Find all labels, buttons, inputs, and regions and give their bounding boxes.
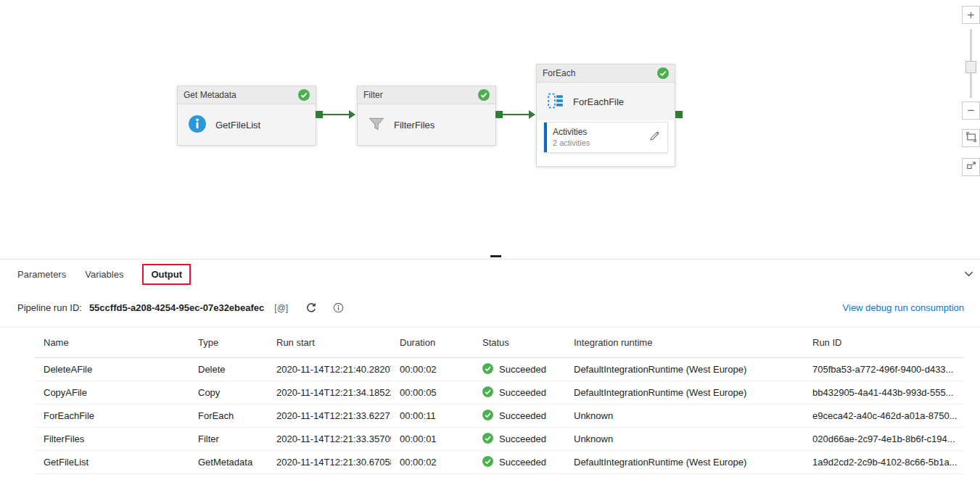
table-row[interactable]: GetFileList GetMetadata 2020-11-14T12:21… xyxy=(35,451,964,474)
activity-runs-table: Name Type Run start Duration Status Inte… xyxy=(35,328,964,474)
cell-run-start: 2020-11-14T12:21:33.35709 xyxy=(268,434,391,444)
pipeline-run-id-row: Pipeline run ID: 55ccffd5-a208-4254-95ec… xyxy=(0,289,980,328)
activity-node-foreach[interactable]: ForEach ForEachFile Activities 2 activit… xyxy=(536,64,675,167)
table-row[interactable]: DeleteAFile Delete 2020-11-14T12:21:40.2… xyxy=(35,358,964,381)
cell-type: GetMetadata xyxy=(189,457,268,468)
zoom-out-button[interactable]: − xyxy=(962,101,980,120)
cell-integration-runtime: Unknown xyxy=(565,410,804,421)
activity-node-filter[interactable]: Filter FilterFiles xyxy=(357,86,496,146)
activity-title: Get Metadata xyxy=(184,90,236,100)
column-header-status[interactable]: Status xyxy=(474,337,565,348)
cell-run-start: 2020-11-14T12:21:33.62271 xyxy=(268,410,391,421)
activity-name: GetFileList xyxy=(215,120,260,130)
cell-run-start: 2020-11-14T12:21:34.18522 xyxy=(268,387,391,398)
foreach-activities-text: Activities 2 activities xyxy=(553,126,649,149)
connector-line xyxy=(323,114,349,115)
cell-run-id: 1a9d2cd2-2c9b-4102-8c66-5b1a... xyxy=(804,457,964,468)
activity-body[interactable]: GetFileList xyxy=(178,104,316,145)
status-text: Succeeded xyxy=(499,434,546,444)
status-text: Succeeded xyxy=(499,410,546,421)
column-header-integration-runtime[interactable]: Integration runtime xyxy=(565,337,804,348)
column-header-name[interactable]: Name xyxy=(35,337,189,348)
chevron-down-icon[interactable] xyxy=(963,268,974,282)
cell-integration-runtime: Unknown xyxy=(565,434,804,444)
cell-type: ForEach xyxy=(189,410,268,421)
cell-type: Copy xyxy=(189,387,268,398)
fit-to-window-icon xyxy=(966,132,976,144)
cell-duration: 00:00:02 xyxy=(391,457,474,468)
connector-port[interactable] xyxy=(495,111,503,118)
output-panel: Parameters Variables Output Pipeline run… xyxy=(0,260,980,477)
cell-run-start: 2020-11-14T12:21:40.28207 xyxy=(268,364,391,375)
zoom-to-fit-button[interactable] xyxy=(962,158,980,176)
cell-status: Succeeded xyxy=(474,410,565,423)
activity-header: ForEach xyxy=(537,65,675,83)
cell-status: Succeeded xyxy=(474,456,565,469)
succeeded-check-icon xyxy=(482,433,493,446)
activities-label: Activities xyxy=(553,126,649,138)
panel-resize-handle[interactable] xyxy=(490,255,501,257)
status-text: Succeeded xyxy=(499,387,546,398)
cell-integration-runtime: DefaultIntegrationRuntime (West Europe) xyxy=(565,457,804,468)
cell-name: CopyAFile xyxy=(35,387,189,398)
cell-name: DeleteAFile xyxy=(35,364,189,375)
cell-status: Succeeded xyxy=(474,363,565,376)
activity-name: ForEachFile xyxy=(573,96,624,107)
activity-body[interactable]: FilterFiles xyxy=(358,104,495,145)
cell-name: FilterFiles xyxy=(35,434,189,444)
success-check-icon xyxy=(657,67,669,79)
zoom-slider-handle[interactable] xyxy=(965,61,976,73)
cell-status: Succeeded xyxy=(474,386,565,399)
activity-node-get-metadata[interactable]: Get Metadata GetFileList xyxy=(177,86,316,146)
pipeline-canvas[interactable]: Get Metadata GetFileList Filter xyxy=(0,0,980,260)
refresh-icon[interactable] xyxy=(305,302,317,314)
cell-integration-runtime: DefaultIntegrationRuntime (West Europe) xyxy=(565,364,804,375)
cell-duration: 00:00:05 xyxy=(391,387,474,398)
cell-duration: 00:00:02 xyxy=(391,364,474,375)
status-text: Succeeded xyxy=(499,457,546,468)
connector-port[interactable] xyxy=(675,111,683,118)
cell-run-id: 020d66ae-2c97-4e1b-8b6f-c194... xyxy=(804,434,964,444)
get-metadata-icon xyxy=(188,115,207,136)
cell-run-id: e9ceca42-a40c-462d-a01a-8750... xyxy=(804,410,964,421)
activities-count: 2 activities xyxy=(553,138,649,149)
view-debug-run-consumption-link[interactable]: View debug run consumption xyxy=(843,302,964,313)
succeeded-check-icon xyxy=(482,456,493,469)
cell-status: Succeeded xyxy=(474,433,565,446)
tab-variables[interactable]: Variables xyxy=(85,265,123,283)
cell-name: GetFileList xyxy=(35,457,189,468)
column-header-type[interactable]: Type xyxy=(189,337,268,348)
table-row[interactable]: CopyAFile Copy 2020-11-14T12:21:34.18522… xyxy=(35,381,964,405)
connector-arrow xyxy=(529,110,535,119)
cell-run-start: 2020-11-14T12:21:30.67058 xyxy=(268,457,391,468)
connector-port[interactable] xyxy=(316,111,323,118)
column-header-run-id[interactable]: Run ID xyxy=(804,337,964,348)
status-text: Succeeded xyxy=(499,364,546,375)
cell-name: ForEachFile xyxy=(35,410,189,421)
column-header-run-start[interactable]: Run start xyxy=(268,337,391,348)
dynamic-content-badge[interactable]: [@] xyxy=(274,303,288,313)
cell-duration: 00:00:01 xyxy=(391,434,474,444)
succeeded-check-icon xyxy=(482,363,493,376)
cell-integration-runtime: DefaultIntegrationRuntime (West Europe) xyxy=(565,387,804,398)
activity-header: Get Metadata xyxy=(178,86,316,104)
zoom-in-button[interactable]: + xyxy=(962,6,980,24)
activity-body[interactable]: ForEachFile xyxy=(537,83,675,120)
activity-header: Filter xyxy=(358,86,495,104)
fit-to-window-button[interactable] xyxy=(962,129,980,147)
cell-type: Filter xyxy=(189,434,268,444)
activity-title: ForEach xyxy=(543,68,575,78)
edit-pencil-icon[interactable] xyxy=(649,130,660,144)
table-row[interactable]: ForEachFile ForEach 2020-11-14T12:21:33.… xyxy=(35,405,964,428)
tab-parameters[interactable]: Parameters xyxy=(17,265,66,283)
tab-output[interactable]: Output xyxy=(142,264,191,285)
foreach-activities-card[interactable]: Activities 2 activities xyxy=(543,122,668,153)
activity-name: FilterFiles xyxy=(394,120,435,130)
column-header-duration[interactable]: Duration xyxy=(391,337,474,348)
table-row[interactable]: FilterFiles Filter 2020-11-14T12:21:33.3… xyxy=(35,428,964,451)
filter-funnel-icon xyxy=(368,115,385,135)
pipeline-run-id-label: Pipeline run ID: xyxy=(17,302,82,313)
info-icon[interactable] xyxy=(333,302,344,313)
cell-type: Delete xyxy=(189,364,268,375)
cell-run-id: bb432905-4a41-443b-993d-555... xyxy=(804,387,964,398)
